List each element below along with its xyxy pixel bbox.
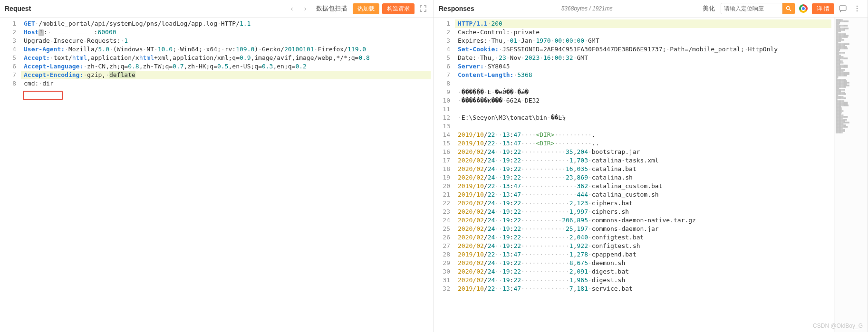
request-code[interactable]: GET·/mobile_portal/api/systemLog/pns/loa… <box>21 18 434 332</box>
code-line[interactable]: Content-Length:·5368 <box>458 71 831 79</box>
code-line[interactable]: 2020/02/24··19:22············25,197·comm… <box>458 225 831 233</box>
code-line[interactable]: 2020/02/24··19:22············16,035·cata… <box>458 165 831 173</box>
chat-icon[interactable] <box>837 3 849 14</box>
request-header: Request ‹ › 数据包扫描 热加载 构造请求 <box>0 0 434 18</box>
code-line[interactable]: 2019/10/22··13:47·············1,278·cpap… <box>458 250 831 259</box>
code-line[interactable]: 2019/10/22··13:47···············444·cata… <box>458 190 831 199</box>
more-icon[interactable] <box>851 3 863 14</box>
prev-button[interactable]: ‹ <box>287 3 297 14</box>
svg-line-1 <box>790 9 791 11</box>
code-line[interactable]: 2020/02/24··19:22·············1,703·cata… <box>458 156 831 165</box>
beautify-button[interactable]: 美化 <box>700 3 718 14</box>
code-line[interactable]: HTTP/1.1·200 <box>455 19 831 28</box>
code-line[interactable]: 2020/02/24··19:22·············2,040·conf… <box>458 233 831 242</box>
code-line[interactable]: Server:·SY8045 <box>458 62 831 71</box>
code-line[interactable]: 2019/10/22··13:47···············362·cata… <box>458 182 831 190</box>
search-button[interactable] <box>782 3 795 14</box>
code-line[interactable]: 2019/10/22··13:47·············7,181·serv… <box>458 285 831 293</box>
request-editor[interactable]: 12345678 GET·/mobile_portal/api/systemLo… <box>0 18 434 332</box>
code-line[interactable]: 2019/10/22··13:47····<DIR>··········. <box>458 131 831 139</box>
watermark: CSDN @OldBoy_G <box>813 323 863 329</box>
code-line[interactable]: 2020/02/24··19:22·············8,675·daem… <box>458 259 831 267</box>
code-line[interactable]: 2020/02/24··19:22···········206,895·comm… <box>458 216 831 225</box>
code-line[interactable]: Date:·Thu,·23·Nov·2023·16:00:32·GMT <box>458 54 831 62</box>
request-panel: Request ‹ › 数据包扫描 热加载 构造请求 12345678 GET·… <box>0 0 434 332</box>
hot-reload-button[interactable]: 热加载 <box>353 3 379 14</box>
svg-point-4 <box>857 8 858 9</box>
code-line[interactable]: ·E:\Seeyon\M3\tomcat\bin·��Ŀ¼ <box>458 114 831 122</box>
code-line[interactable]: Set-Cookie:·JSESSIONID=2AE94C951FA30F054… <box>458 45 831 54</box>
code-line[interactable]: ·������·E·�eǾ��·�ǽ� <box>458 88 831 96</box>
code-line[interactable]: Accept:·text/html,application/xhtml+xml,… <box>24 54 431 62</box>
response-header: Responses 5368bytes / 1921ms 美化 详 情 <box>434 0 868 18</box>
code-line[interactable] <box>458 122 831 131</box>
svg-point-3 <box>857 6 858 7</box>
code-line[interactable]: User-Agent:·Mozilla/5.0·(Windows·NT·10.0… <box>24 45 431 54</box>
code-line[interactable]: 2019/10/22··13:47····<DIR>··········.. <box>458 139 831 148</box>
response-editor[interactable]: 1234567891011121314151617181920212223242… <box>434 18 868 332</box>
code-line[interactable]: 2020/02/24··19:22············35,204·boot… <box>458 148 831 156</box>
detail-button[interactable]: 详 情 <box>812 3 834 14</box>
expand-icon[interactable] <box>417 3 429 14</box>
highlight-box <box>23 91 63 100</box>
svg-point-0 <box>786 7 790 10</box>
code-line[interactable]: Host?:·:60000 <box>24 28 431 37</box>
response-panel: Responses 5368bytes / 1921ms 美化 详 情 1234… <box>434 0 868 332</box>
response-meta: 5368bytes / 1921ms <box>561 5 613 12</box>
search-input[interactable] <box>721 3 782 14</box>
request-title: Request <box>5 5 31 12</box>
code-line[interactable]: 2020/02/24··19:22·············1,922·conf… <box>458 242 831 250</box>
svg-point-5 <box>857 10 858 12</box>
response-gutter: 1234567891011121314151617181920212223242… <box>434 18 455 332</box>
code-line[interactable]: 2020/02/24··19:22·············1,997·ciph… <box>458 208 831 216</box>
code-line[interactable]: 2020/02/24··19:22·············2,091·dige… <box>458 267 831 276</box>
code-line[interactable]: GET·/mobile_portal/api/systemLog/pns/loa… <box>24 19 431 28</box>
code-line[interactable]: ·�������к���·662A-DE32 <box>458 96 831 105</box>
code-line[interactable]: 2020/02/24··19:22·············2,123·ciph… <box>458 199 831 208</box>
code-line[interactable]: Accept-Language:·zh-CN,zh;q=0.8,zh-TW;q=… <box>24 62 431 71</box>
code-line[interactable] <box>458 79 831 88</box>
svg-rect-2 <box>839 6 846 10</box>
code-line[interactable]: 2020/02/24··19:22·············1,965·dige… <box>458 276 831 285</box>
code-line[interactable]: Upgrade-Insecure-Requests:·1 <box>24 37 431 45</box>
search-box <box>721 3 795 14</box>
response-title: Responses <box>439 5 474 12</box>
code-line[interactable]: Accept-Encoding:·gzip,·deflate <box>21 71 431 79</box>
response-code[interactable]: HTTP/1.1·200Cache-Control:·privateExpire… <box>455 18 834 332</box>
code-line[interactable]: cmd:·dir <box>24 79 431 88</box>
build-request-button[interactable]: 构造请求 <box>382 3 415 14</box>
next-button[interactable]: › <box>300 3 310 14</box>
scan-button[interactable]: 数据包扫描 <box>313 3 350 14</box>
chrome-icon[interactable] <box>798 3 809 14</box>
minimap[interactable]: ████████████████████████████████████████… <box>834 18 868 332</box>
code-line[interactable] <box>458 105 831 114</box>
code-line[interactable]: 2020/02/24··19:22············23,869·cata… <box>458 173 831 182</box>
code-line[interactable]: Cache-Control:·private <box>458 28 831 37</box>
request-gutter: 12345678 <box>0 18 21 332</box>
code-line[interactable]: Expires:·Thu,·01·Jan·1970·00:00:00·GMT <box>458 37 831 45</box>
